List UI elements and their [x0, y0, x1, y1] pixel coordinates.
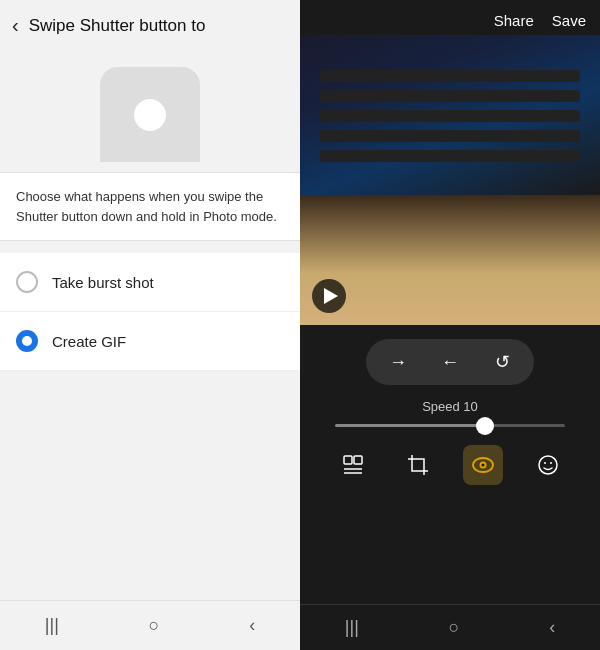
radio-gif[interactable] [16, 330, 38, 352]
right-bottom-nav: ||| ○ ‹ [300, 604, 600, 650]
share-button[interactable]: Share [494, 12, 534, 29]
speed-slider-wrap[interactable] [335, 424, 565, 427]
svg-rect-0 [344, 456, 352, 464]
speed-slider[interactable] [335, 424, 565, 427]
shutter-circle-inner [134, 99, 166, 131]
option-burst[interactable]: Take burst shot [0, 253, 300, 312]
speed-button[interactable] [463, 445, 503, 485]
option-gif-label: Create GIF [52, 333, 126, 350]
right-nav-home[interactable]: ○ [449, 617, 460, 638]
svg-rect-1 [354, 456, 362, 464]
kbd-line-3 [320, 110, 580, 122]
left-nav-home[interactable]: ○ [149, 615, 160, 636]
svg-point-9 [550, 462, 552, 464]
right-panel: Share Save → ← ↺ Speed 10 [300, 0, 600, 650]
svg-point-6 [481, 464, 484, 467]
backward-button[interactable]: ← [428, 345, 472, 379]
right-header: Share Save [300, 0, 600, 35]
controls-section: → ← ↺ Speed 10 [300, 325, 600, 604]
emoji-button[interactable] [528, 445, 568, 485]
slider-thumb[interactable] [476, 417, 494, 435]
reverse-button[interactable]: ↺ [480, 345, 524, 379]
video-bg-bottom [300, 195, 600, 326]
play-button[interactable] [312, 279, 346, 313]
option-gif[interactable]: Create GIF [0, 312, 300, 371]
direction-buttons: → ← ↺ [366, 339, 534, 385]
kbd-line-5 [320, 150, 580, 162]
save-button[interactable]: Save [552, 12, 586, 29]
radio-gif-inner [22, 336, 32, 346]
right-nav-lines[interactable]: ||| [345, 617, 359, 638]
shutter-icon [100, 67, 200, 162]
back-button[interactable]: ‹ [12, 14, 19, 37]
video-preview [300, 35, 600, 325]
option-burst-label: Take burst shot [52, 274, 154, 291]
left-header: ‹ Swipe Shutter button to [0, 0, 300, 47]
bottom-tools [310, 445, 590, 495]
crop-button[interactable] [398, 445, 438, 485]
speed-label: Speed 10 [422, 399, 478, 414]
forward-button[interactable]: → [376, 345, 420, 379]
kbd-line-4 [320, 130, 580, 142]
shutter-illustration [0, 47, 300, 172]
svg-point-7 [539, 456, 557, 474]
left-panel: ‹ Swipe Shutter button to Choose what ha… [0, 0, 300, 650]
keyboard-lines [320, 70, 580, 170]
description-text: Choose what happens when you swipe the S… [0, 172, 300, 241]
svg-point-8 [544, 462, 546, 464]
left-nav-lines[interactable]: ||| [45, 615, 59, 636]
left-nav-back[interactable]: ‹ [249, 615, 255, 636]
play-icon [324, 288, 338, 304]
radio-burst[interactable] [16, 271, 38, 293]
kbd-line-2 [320, 90, 580, 102]
kbd-line-1 [320, 70, 580, 82]
right-nav-back[interactable]: ‹ [549, 617, 555, 638]
left-bottom-nav: ||| ○ ‹ [0, 600, 300, 650]
page-title: Swipe Shutter button to [29, 16, 206, 36]
options-list: Take burst shot Create GIF [0, 253, 300, 371]
trim-button[interactable] [333, 445, 373, 485]
